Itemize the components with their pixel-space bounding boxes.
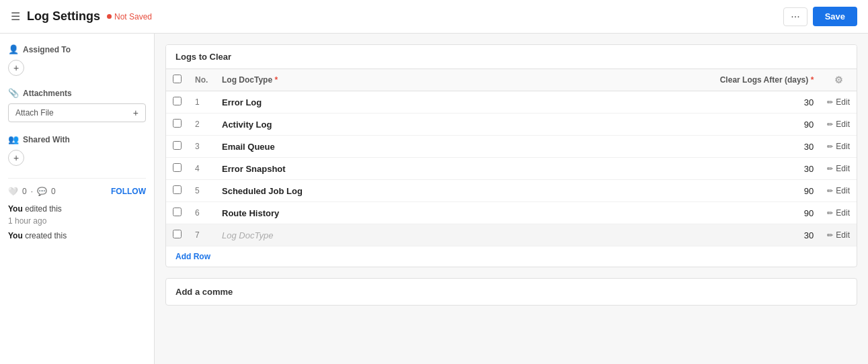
select-all-checkbox[interactable]	[173, 75, 182, 83]
row-log-doctype: Activity Log	[215, 113, 498, 136]
pencil-icon: ✏	[827, 120, 833, 129]
edit-link[interactable]: ✏ Edit	[827, 164, 850, 173]
row-checkbox-cell[interactable]	[166, 113, 188, 136]
row-checkbox[interactable]	[173, 119, 182, 128]
row-log-doctype: Route History	[215, 202, 498, 224]
sidebar: 👤 Assigned To + 📎 Attachments Attach Fil…	[0, 34, 155, 364]
paperclip-icon: 📎	[8, 88, 19, 98]
edit-link[interactable]: ✏ Edit	[827, 208, 850, 218]
row-checkbox-cell[interactable]	[166, 180, 188, 202]
pencil-icon: ✏	[827, 187, 833, 195]
table-header-row: No. Log DocType Clear Logs After (days) …	[166, 69, 857, 91]
row-edit-cell[interactable]: ✏ Edit	[820, 224, 857, 246]
row-checkbox-cell[interactable]	[166, 158, 188, 180]
activity-action-1: edited this	[25, 204, 62, 214]
log-doctype-header: Log DocType	[215, 69, 498, 91]
row-no: 3	[188, 136, 215, 158]
row-checkbox[interactable]	[173, 141, 182, 150]
row-edit-cell[interactable]: ✏ Edit	[820, 180, 857, 202]
table-row: 7Log DocType30✏ Edit	[166, 224, 857, 246]
row-checkbox[interactable]	[173, 97, 182, 105]
row-checkbox-cell[interactable]	[166, 224, 188, 246]
heart-icon: 🤍	[8, 187, 18, 196]
select-all-header[interactable]	[166, 69, 188, 91]
activity-action-2: created this	[25, 231, 67, 240]
doctype-input-placeholder[interactable]: Log DocType	[222, 230, 273, 240]
edit-link[interactable]: ✏ Edit	[827, 142, 850, 151]
follow-row: 🤍 0 · 💬 0 FOLLOW	[8, 187, 146, 196]
assigned-to-header: 👤 Assigned To	[8, 44, 146, 54]
attach-file-button[interactable]: Attach File +	[8, 103, 146, 122]
row-checkbox[interactable]	[173, 208, 182, 216]
row-checkbox-cell[interactable]	[166, 202, 188, 224]
row-checkbox[interactable]	[173, 185, 182, 194]
likes-count: 0	[22, 187, 27, 196]
header-left: ☰ Log Settings Not Saved	[11, 9, 152, 24]
row-edit-cell[interactable]: ✏ Edit	[820, 202, 857, 224]
edit-link[interactable]: ✏ Edit	[827, 230, 850, 240]
more-button[interactable]: ···	[783, 7, 807, 26]
settings-header[interactable]: ⚙	[820, 69, 857, 91]
gear-icon[interactable]: ⚙	[834, 75, 843, 85]
pencil-icon: ✏	[827, 142, 833, 151]
comments-count: 0	[51, 187, 56, 196]
main-layout: 👤 Assigned To + 📎 Attachments Attach Fil…	[0, 34, 868, 364]
table-row: 6Route History90✏ Edit	[166, 202, 857, 224]
row-no: 6	[188, 202, 215, 224]
row-no: 7	[188, 224, 215, 246]
table-row: 1Error Log30✏ Edit	[166, 91, 857, 113]
row-clear-logs: 90	[498, 202, 821, 224]
dot-separator: ·	[31, 187, 33, 196]
row-clear-logs: 30	[498, 136, 821, 158]
add-comment-label: Add a comme	[175, 287, 233, 297]
add-shared-button[interactable]: +	[8, 150, 24, 166]
attachments-section: 📎 Attachments Attach File +	[8, 88, 146, 122]
activity-item-1: You edited this 1 hour ago	[8, 203, 146, 227]
follow-link[interactable]: FOLLOW	[111, 187, 146, 196]
table-row: 5Scheduled Job Log90✏ Edit	[166, 180, 857, 202]
header: ☰ Log Settings Not Saved ··· Save	[0, 0, 868, 34]
header-right: ··· Save	[783, 7, 857, 26]
row-edit-cell[interactable]: ✏ Edit	[820, 136, 857, 158]
attach-file-label: Attach File	[15, 108, 54, 118]
row-log-doctype: Scheduled Job Log	[215, 180, 498, 202]
table-body: 1Error Log30✏ Edit2Activity Log90✏ Edit3…	[166, 91, 857, 246]
row-edit-cell[interactable]: ✏ Edit	[820, 158, 857, 180]
not-saved-dot	[107, 14, 112, 19]
add-row-button[interactable]: Add Row	[166, 246, 220, 267]
activity-item-2: You created this	[8, 230, 146, 242]
row-log-doctype: Error Log	[215, 91, 498, 113]
edit-link[interactable]: ✏ Edit	[827, 186, 850, 195]
hamburger-icon[interactable]: ☰	[11, 10, 20, 23]
row-checkbox-cell[interactable]	[166, 91, 188, 113]
pencil-icon: ✏	[827, 98, 833, 107]
row-checkbox-cell[interactable]	[166, 136, 188, 158]
not-saved-badge: Not Saved	[107, 12, 152, 21]
row-edit-cell[interactable]: ✏ Edit	[820, 113, 857, 136]
activity-when-1: 1 hour ago	[8, 216, 46, 226]
row-checkbox[interactable]	[173, 230, 182, 238]
row-log-doctype: Error Snapshot	[215, 158, 498, 180]
table-wrapper: No. Log DocType Clear Logs After (days) …	[166, 69, 857, 246]
add-assigned-button[interactable]: +	[8, 60, 24, 76]
logs-to-clear-card: Logs to Clear No. Log DocType Clear Logs…	[165, 44, 857, 267]
save-button[interactable]: Save	[813, 7, 857, 26]
row-no: 1	[188, 91, 215, 113]
logs-table: No. Log DocType Clear Logs After (days) …	[166, 69, 857, 246]
edit-link[interactable]: ✏ Edit	[827, 120, 850, 129]
row-clear-logs: 90	[498, 113, 821, 136]
attach-plus-icon: +	[133, 107, 139, 118]
row-edit-cell[interactable]: ✏ Edit	[820, 91, 857, 113]
assigned-to-label: Assigned To	[23, 45, 71, 54]
row-log-doctype[interactable]: Log DocType	[215, 224, 498, 246]
pencil-icon: ✏	[827, 231, 833, 240]
row-clear-logs: 30	[498, 158, 821, 180]
clear-logs-header: Clear Logs After (days)	[498, 69, 821, 91]
row-no: 2	[188, 113, 215, 136]
row-checkbox[interactable]	[173, 163, 182, 172]
row-no: 4	[188, 158, 215, 180]
pencil-icon: ✏	[827, 165, 833, 173]
page-title: Log Settings	[27, 9, 100, 24]
edit-link[interactable]: ✏ Edit	[827, 97, 850, 107]
no-header: No.	[188, 69, 215, 91]
